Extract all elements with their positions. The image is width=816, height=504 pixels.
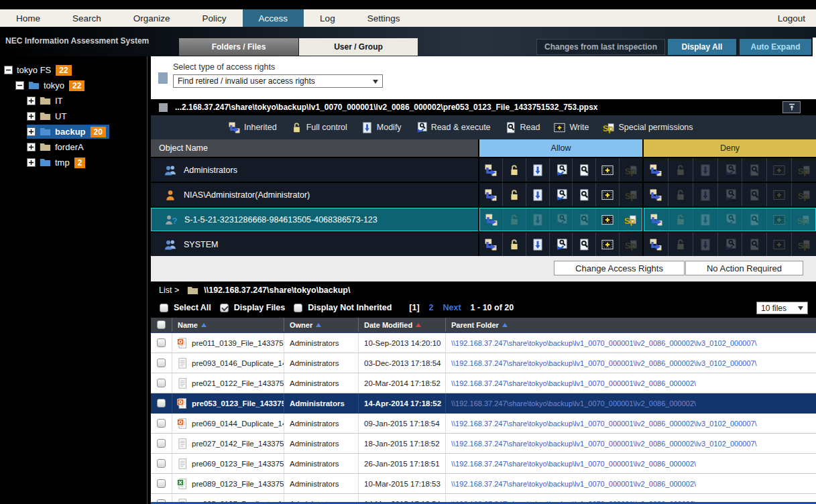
acl-row-system[interactable]: SYSTEMSpSp [151,233,816,256]
folder-icon-tan [40,141,51,153]
parent-folder-link[interactable]: \\192.168.37.247\share\tokyo\backup\lv1_… [451,420,757,428]
nav-item-home[interactable]: Home [0,9,56,27]
allow-read-icon [572,233,595,256]
logout-link[interactable]: Logout [767,9,816,27]
count-badge: 22 [69,80,84,91]
filter-display-files[interactable]: Display Files [220,303,285,312]
row-checkbox-cell [151,353,172,373]
checkbox-unchecked[interactable] [160,304,168,312]
nav-item-policy[interactable]: Policy [186,9,243,27]
expand-toggle-icon[interactable] [27,143,36,151]
acl-row-administrators[interactable]: AdministratorsSpSp [151,158,816,182]
changes-from-last-inspection-button[interactable]: Changes from last inspection [536,39,665,55]
parent-folder-link[interactable]: \\192.168.37.247\share\tokyo\backup\lv1_… [451,339,757,347]
allow-sp-icon: Sp [618,208,642,231]
display-all-button[interactable]: Display All [668,39,736,55]
expand-toggle-icon[interactable] [27,97,36,105]
acl-header-deny: Deny [644,139,816,157]
file-row-pre089_0123_File_1433751[interactable]: pre089_0123_File_1433751Administrators10… [151,474,816,494]
no-action-required-button[interactable]: No Action Required [685,261,803,275]
parent-folder-link[interactable]: \\192.168.37.247\share\tokyo\backup\lv1_… [451,440,757,448]
access-type-select[interactable]: Find retired / invalid user access right… [173,74,383,88]
file-row-pre069_0144_Duplicate_14[interactable]: pre069_0144_Duplicate_14Administrators09… [151,414,816,434]
row-checkbox[interactable] [157,419,166,428]
row-checkbox[interactable] [157,479,166,488]
filter-label: Select All [174,303,211,312]
deny-inherited-icon [644,158,668,182]
file-name: pre069_0123_File_1433751 [192,460,284,468]
sidebar-item-fordera[interactable]: forderA [0,139,147,155]
sidebar-item-tokyo-fs[interactable]: tokyo FS22 [0,62,147,78]
parent-folder-link[interactable]: \\192.168.37.247\share\tokyo\backup\lv1_… [451,480,696,488]
nav-item-access[interactable]: Access [243,9,304,27]
parent-folder-link[interactable]: \\192.168.37.247\share\tokyo\backup\lv1_… [451,359,757,367]
file-row-pre011_0139_File_1433751[interactable]: pre011_0139_File_1433751Administrators10… [151,333,816,353]
nav-item-settings[interactable]: Settings [351,9,416,27]
row-checkbox-cell [151,393,172,413]
pagination-next-link[interactable]: Next [443,303,461,312]
parent-folder-link[interactable]: \\192.168.37.247\share\tokyo\backup\lv1_… [451,460,696,468]
date-modified-cell: 03-Dec-2013 17:18:54 [359,353,446,373]
folders-files-tab[interactable]: Folders / Files [179,38,298,56]
acl-row-s-1-5-21-3231286668-984613505-4068386573-123[interactable]: ?S-1-5-21-3231286668-984613505-406838657… [151,208,816,231]
collapse-panel-button[interactable] [782,101,801,113]
user-group-tab[interactable]: User / Group [299,38,418,56]
date-modified-cell: 10-Mar-2015 17:18:53 [359,474,446,493]
excel-file-icon [177,479,188,489]
acl-object-name: Administrators [184,166,237,175]
collapse-toggle-icon[interactable] [15,81,24,90]
sidebar-item-backup[interactable]: backup20 [0,124,147,139]
expand-toggle-icon[interactable] [27,127,36,136]
svg-text:Sp: Sp [798,166,809,176]
row-checkbox[interactable] [157,338,166,347]
filter-display-not-inherited[interactable]: Display Not Inherited [294,303,392,312]
row-checkbox[interactable] [157,459,166,468]
auto-expand-button[interactable]: Auto Expand [740,39,811,55]
parent-folder-link[interactable]: \\192.168.37.247\share\tokyo\backup\lv1_… [451,399,696,407]
column-header-owner[interactable]: Owner [284,318,359,332]
collapse-toggle-icon[interactable] [4,66,13,74]
sidebar-item-ut[interactable]: UT [0,109,147,124]
tree-item-content: forderA [27,140,87,154]
pagination-range: 1 - 10 of 20 [471,303,514,312]
nav-item-search[interactable]: Search [56,9,117,27]
deny-readexec-icon [717,158,742,182]
expand-toggle-icon[interactable] [27,112,36,121]
sidebar-item-tmp[interactable]: tmp2 [0,155,147,170]
file-row-pre069_0123_File_1433751[interactable]: pre069_0123_File_1433751Administrators26… [151,454,816,474]
change-access-rights-button[interactable]: Change Access Rights [554,261,685,275]
allow-fullcontrol-icon [502,183,526,206]
nav-item-organize[interactable]: Organize [117,9,186,27]
sidebar-item-it[interactable]: IT [0,93,147,109]
allow-inherited-icon [479,158,502,182]
column-header-date-modified[interactable]: Date Modified [359,318,446,332]
allow-modify-icon [526,158,549,182]
sidebar-item-tokyo[interactable]: tokyo22 [0,78,147,93]
expand-toggle-icon[interactable] [27,158,36,167]
column-header-parent-folder[interactable]: Parent Folder [446,318,816,332]
file-row-pre027_0142_File_1433751[interactable]: pre027_0142_File_1433751Administrators18… [151,434,816,454]
nav-item-log[interactable]: Log [304,9,351,27]
page-size-select[interactable]: 10 files [756,302,808,314]
row-checkbox[interactable] [157,379,166,387]
powerpoint-file-icon [177,398,188,409]
row-checkbox[interactable] [157,439,166,448]
column-header-name[interactable]: Name [172,318,284,332]
row-checkbox[interactable] [157,399,166,407]
file-name: pre027_0142_File_1433751 [192,440,284,448]
parent-folder-link[interactable]: \\192.168.37.247\share\tokyo\backup\lv1_… [451,379,696,387]
header-checkbox[interactable] [157,320,166,329]
checkbox-checked[interactable] [220,304,229,312]
path-checkbox[interactable] [159,103,168,112]
file-row-pre021_0122_File_1433751[interactable]: pre021_0122_File_1433751Administrators20… [151,373,816,393]
row-checkbox[interactable] [157,359,166,367]
pagination-page-2-link[interactable]: 2 [429,303,434,312]
file-name: pre089_0123_File_1433751 [192,480,284,488]
tree-selected-highlight: backup20 [27,125,109,139]
acl-row-nias[interactable]: NIAS\Administrator(Administrator)SpSp [151,183,816,206]
file-row-pre093_0146_Duplicate_14[interactable]: pre093_0146_Duplicate_14Administrators03… [151,353,816,373]
file-row-pre053_0123_File_1433751[interactable]: pre053_0123_File_1433751Administrators14… [151,393,816,414]
filter-select-all[interactable]: Select All [160,303,211,312]
acl-object-name-cell: NIAS\Administrator(Administrator) [151,183,478,206]
checkbox-unchecked[interactable] [294,304,302,312]
